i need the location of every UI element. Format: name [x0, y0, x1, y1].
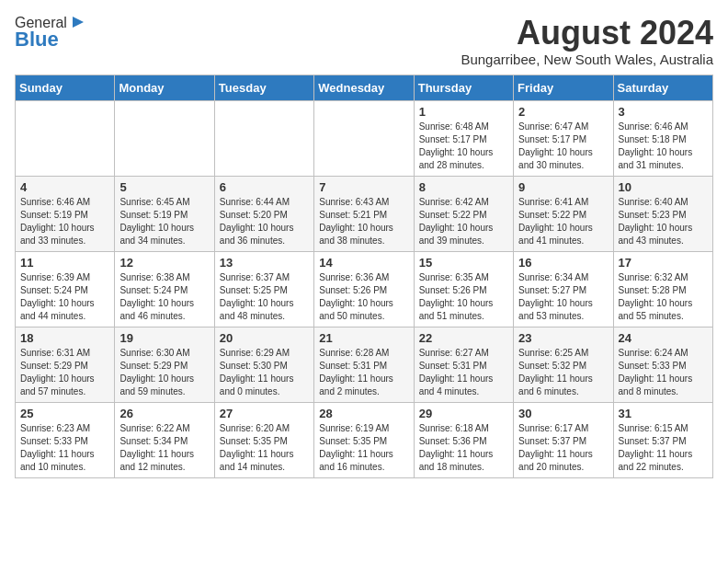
day-info: Sunrise: 6:47 AM Sunset: 5:17 PM Dayligh…	[518, 121, 608, 172]
day-number: 23	[518, 331, 608, 345]
day-number: 25	[20, 407, 109, 420]
day-info: Sunrise: 6:29 AM Sunset: 5:30 PM Dayligh…	[220, 347, 309, 398]
day-number: 8	[419, 180, 508, 194]
week-row-5: 25Sunrise: 6:23 AM Sunset: 5:33 PM Dayli…	[16, 402, 713, 477]
calendar-cell: 26Sunrise: 6:22 AM Sunset: 5:34 PM Dayli…	[115, 402, 214, 477]
month-year-title: August 2024	[461, 15, 713, 52]
calendar-table: SundayMondayTuesdayWednesdayThursdayFrid…	[15, 75, 713, 478]
calendar-cell: 27Sunrise: 6:20 AM Sunset: 5:35 PM Dayli…	[214, 402, 313, 477]
header-cell-monday: Monday	[115, 75, 214, 100]
day-number: 4	[20, 180, 109, 194]
header-cell-friday: Friday	[514, 75, 613, 100]
day-number: 6	[220, 180, 309, 194]
header-cell-tuesday: Tuesday	[214, 75, 313, 100]
calendar-cell: 30Sunrise: 6:17 AM Sunset: 5:37 PM Dayli…	[514, 402, 613, 477]
day-number: 17	[619, 256, 708, 270]
day-info: Sunrise: 6:18 AM Sunset: 5:36 PM Dayligh…	[419, 422, 508, 474]
header-cell-thursday: Thursday	[414, 75, 513, 100]
day-number: 18	[20, 331, 109, 345]
calendar-body: 1Sunrise: 6:48 AM Sunset: 5:17 PM Daylig…	[16, 100, 713, 477]
day-number: 22	[419, 331, 508, 345]
calendar-cell	[314, 100, 414, 176]
calendar-cell: 12Sunrise: 6:38 AM Sunset: 5:24 PM Dayli…	[115, 251, 214, 327]
logo: General Blue	[15, 15, 85, 52]
day-number: 5	[119, 180, 209, 194]
day-info: Sunrise: 6:39 AM Sunset: 5:24 PM Dayligh…	[20, 271, 109, 323]
title-block: August 2024 Bungarribee, New South Wales…	[461, 15, 713, 67]
week-row-3: 11Sunrise: 6:39 AM Sunset: 5:24 PM Dayli…	[16, 251, 713, 327]
svg-marker-0	[73, 17, 84, 28]
day-info: Sunrise: 6:20 AM Sunset: 5:35 PM Dayligh…	[220, 422, 309, 474]
calendar-cell: 2Sunrise: 6:47 AM Sunset: 5:17 PM Daylig…	[514, 100, 613, 176]
day-number: 1	[419, 105, 508, 119]
day-info: Sunrise: 6:25 AM Sunset: 5:32 PM Dayligh…	[518, 347, 608, 398]
day-info: Sunrise: 6:23 AM Sunset: 5:33 PM Dayligh…	[20, 422, 109, 474]
week-row-4: 18Sunrise: 6:31 AM Sunset: 5:29 PM Dayli…	[16, 327, 713, 402]
day-number: 11	[20, 256, 109, 270]
calendar-header: SundayMondayTuesdayWednesdayThursdayFrid…	[16, 75, 713, 100]
day-number: 10	[619, 180, 708, 194]
day-info: Sunrise: 6:38 AM Sunset: 5:24 PM Dayligh…	[119, 271, 209, 323]
day-info: Sunrise: 6:28 AM Sunset: 5:31 PM Dayligh…	[319, 347, 408, 398]
calendar-cell: 29Sunrise: 6:18 AM Sunset: 5:36 PM Dayli…	[414, 402, 513, 477]
day-number: 29	[419, 407, 508, 420]
day-number: 28	[319, 407, 408, 420]
header-row: SundayMondayTuesdayWednesdayThursdayFrid…	[16, 75, 713, 100]
day-number: 31	[619, 407, 708, 420]
day-info: Sunrise: 6:36 AM Sunset: 5:26 PM Dayligh…	[319, 271, 408, 323]
calendar-cell: 15Sunrise: 6:35 AM Sunset: 5:26 PM Dayli…	[414, 251, 513, 327]
week-row-1: 1Sunrise: 6:48 AM Sunset: 5:17 PM Daylig…	[16, 100, 713, 176]
day-number: 9	[518, 180, 608, 194]
calendar-cell: 9Sunrise: 6:41 AM Sunset: 5:22 PM Daylig…	[514, 176, 613, 251]
day-info: Sunrise: 6:46 AM Sunset: 5:18 PM Dayligh…	[619, 121, 708, 172]
calendar-cell: 8Sunrise: 6:42 AM Sunset: 5:22 PM Daylig…	[414, 176, 513, 251]
calendar-cell: 1Sunrise: 6:48 AM Sunset: 5:17 PM Daylig…	[414, 100, 513, 176]
day-info: Sunrise: 6:37 AM Sunset: 5:25 PM Dayligh…	[220, 271, 309, 323]
day-info: Sunrise: 6:31 AM Sunset: 5:29 PM Dayligh…	[20, 347, 109, 398]
day-info: Sunrise: 6:27 AM Sunset: 5:31 PM Dayligh…	[419, 347, 508, 398]
calendar-cell: 16Sunrise: 6:34 AM Sunset: 5:27 PM Dayli…	[514, 251, 613, 327]
calendar-cell: 18Sunrise: 6:31 AM Sunset: 5:29 PM Dayli…	[16, 327, 115, 402]
calendar-cell: 24Sunrise: 6:24 AM Sunset: 5:33 PM Dayli…	[613, 327, 712, 402]
day-info: Sunrise: 6:40 AM Sunset: 5:23 PM Dayligh…	[619, 196, 708, 247]
day-number: 12	[119, 256, 209, 270]
calendar-cell: 7Sunrise: 6:43 AM Sunset: 5:21 PM Daylig…	[314, 176, 414, 251]
calendar-cell	[16, 100, 115, 176]
calendar-cell: 5Sunrise: 6:45 AM Sunset: 5:19 PM Daylig…	[115, 176, 214, 251]
header-cell-saturday: Saturday	[613, 75, 712, 100]
calendar-cell: 19Sunrise: 6:30 AM Sunset: 5:29 PM Dayli…	[115, 327, 214, 402]
day-number: 30	[518, 407, 608, 420]
day-number: 15	[419, 256, 508, 270]
day-info: Sunrise: 6:17 AM Sunset: 5:37 PM Dayligh…	[518, 422, 608, 474]
day-info: Sunrise: 6:22 AM Sunset: 5:34 PM Dayligh…	[119, 422, 209, 474]
day-info: Sunrise: 6:41 AM Sunset: 5:22 PM Dayligh…	[518, 196, 608, 247]
calendar-cell: 3Sunrise: 6:46 AM Sunset: 5:18 PM Daylig…	[613, 100, 712, 176]
day-number: 21	[319, 331, 408, 345]
calendar-cell: 10Sunrise: 6:40 AM Sunset: 5:23 PM Dayli…	[613, 176, 712, 251]
calendar-cell: 25Sunrise: 6:23 AM Sunset: 5:33 PM Dayli…	[16, 402, 115, 477]
header-cell-wednesday: Wednesday	[314, 75, 414, 100]
day-number: 13	[220, 256, 309, 270]
calendar-cell: 11Sunrise: 6:39 AM Sunset: 5:24 PM Dayli…	[16, 251, 115, 327]
day-info: Sunrise: 6:44 AM Sunset: 5:20 PM Dayligh…	[220, 196, 309, 247]
day-info: Sunrise: 6:35 AM Sunset: 5:26 PM Dayligh…	[419, 271, 508, 323]
day-number: 26	[119, 407, 209, 420]
calendar-cell: 17Sunrise: 6:32 AM Sunset: 5:28 PM Dayli…	[613, 251, 712, 327]
calendar-cell: 4Sunrise: 6:46 AM Sunset: 5:19 PM Daylig…	[16, 176, 115, 251]
calendar-cell: 31Sunrise: 6:15 AM Sunset: 5:37 PM Dayli…	[613, 402, 712, 477]
calendar-cell	[214, 100, 313, 176]
day-info: Sunrise: 6:42 AM Sunset: 5:22 PM Dayligh…	[419, 196, 508, 247]
page-header: General Blue August 2024 Bungarribee, Ne…	[15, 15, 713, 67]
logo-blue-text: Blue	[15, 28, 59, 52]
day-info: Sunrise: 6:15 AM Sunset: 5:37 PM Dayligh…	[619, 422, 708, 474]
calendar-cell: 14Sunrise: 6:36 AM Sunset: 5:26 PM Dayli…	[314, 251, 414, 327]
location-subtitle: Bungarribee, New South Wales, Australia	[461, 52, 713, 67]
calendar-cell	[115, 100, 214, 176]
day-number: 2	[518, 105, 608, 119]
day-number: 20	[220, 331, 309, 345]
header-cell-sunday: Sunday	[16, 75, 115, 100]
day-info: Sunrise: 6:19 AM Sunset: 5:35 PM Dayligh…	[319, 422, 408, 474]
day-number: 19	[119, 331, 209, 345]
day-info: Sunrise: 6:43 AM Sunset: 5:21 PM Dayligh…	[319, 196, 408, 247]
day-info: Sunrise: 6:34 AM Sunset: 5:27 PM Dayligh…	[518, 271, 608, 323]
